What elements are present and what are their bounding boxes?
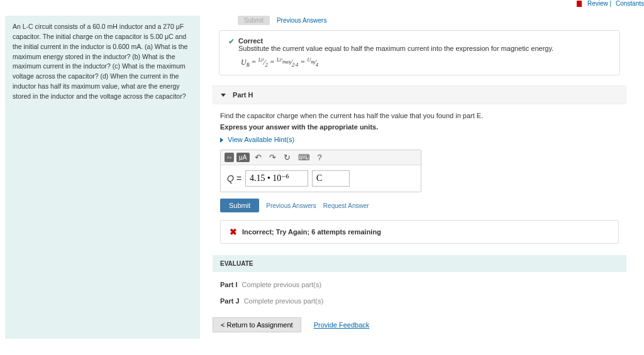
main-container: An L-C circuit consists of a 60.0 mH ind… — [0, 11, 644, 343]
bookmark-icon — [577, 1, 582, 7]
units-tool[interactable]: μA — [236, 153, 249, 162]
redo-icon[interactable]: ↷ — [267, 153, 279, 162]
submit-button[interactable]: Submit — [220, 199, 259, 212]
part-j-msg: Complete previous part(s) — [244, 297, 324, 305]
right-panel: Submit Previous Answers ✔ Correct Substi… — [213, 16, 639, 338]
x-icon: ✖ — [230, 227, 237, 237]
part-j-row: Part J Complete previous part(s) — [220, 297, 619, 305]
answer-row: Q = — [221, 165, 421, 192]
review-link[interactable]: Review — [587, 0, 608, 7]
view-hints[interactable]: View Available Hint(s) — [220, 136, 619, 143]
prev-answers-link[interactable]: Previous Answers — [277, 17, 326, 24]
request-answer-link[interactable]: Request Answer — [323, 202, 369, 209]
part-i-msg: Complete previous part(s) — [242, 281, 322, 288]
prev-answers-top: Submit Previous Answers — [238, 16, 626, 25]
answer-toolbar: ▫▫ μA ↶ ↷ ↻ ⌨ ? — [221, 150, 421, 165]
triangle-right-icon — [220, 138, 223, 143]
evaluate-header: EVALUATE — [213, 255, 626, 272]
correct-sub: Substitute the current value equal to ha… — [238, 45, 553, 52]
part-h-prompt: Find the capacitor charge when the curre… — [220, 112, 619, 119]
top-links: Review | Constants — [0, 0, 644, 7]
reset-icon[interactable]: ↻ — [281, 153, 293, 162]
problem-statement: An L-C circuit consists of a 60.0 mH ind… — [5, 16, 200, 338]
correct-formula: UB = Li²⁄2 = Li²max⁄2·4 = Um⁄4 — [241, 57, 611, 68]
keyboard-icon[interactable]: ⌨ — [296, 153, 313, 162]
part-h-express: Express your answer with the appropriate… — [220, 123, 619, 131]
answer-input[interactable] — [245, 170, 308, 187]
caret-down-icon — [221, 94, 226, 97]
constants-link[interactable]: Constants — [616, 0, 644, 7]
previous-answers-link[interactable]: Previous Answers — [266, 202, 316, 209]
hints-label: View Available Hint(s) — [228, 136, 294, 143]
return-button[interactable]: < Return to Assignment — [213, 317, 301, 332]
provide-feedback-link[interactable]: Provide Feedback — [314, 321, 370, 329]
answer-box: ▫▫ μA ↶ ↷ ↻ ⌨ ? Q = — [220, 150, 421, 192]
unit-input[interactable] — [312, 170, 350, 187]
part-h-label: Part H — [233, 91, 253, 99]
part-h-header[interactable]: Part H — [213, 85, 626, 104]
submit-disabled: Submit — [238, 16, 270, 25]
problem-text: An L-C circuit consists of a 60.0 mH ind… — [13, 23, 187, 99]
variable-label: Q = — [227, 173, 242, 183]
fraction-tool-icon[interactable]: ▫▫ — [225, 153, 234, 162]
correct-title: Correct — [238, 37, 263, 45]
submit-row: Submit Previous Answers Request Answer — [220, 199, 619, 212]
footer-row: < Return to Assignment Provide Feedback — [213, 317, 626, 339]
incorrect-feedback: ✖ Incorrect; Try Again; 6 attempts remai… — [220, 220, 619, 244]
undo-icon[interactable]: ↶ — [252, 153, 264, 162]
part-i-row: Part I Complete previous part(s) — [220, 281, 619, 288]
check-icon: ✔ — [228, 37, 235, 46]
correct-text: Correct Substitute the current value equ… — [238, 37, 553, 52]
part-j-label: Part J — [220, 297, 240, 305]
feedback-text: Incorrect; Try Again; 6 attempts remaini… — [242, 228, 381, 236]
part-h-content: Find the capacitor charge when the curre… — [213, 112, 626, 244]
help-icon[interactable]: ? — [315, 153, 325, 162]
part-i-label: Part I — [220, 281, 238, 288]
correct-feedback-box: ✔ Correct Substitute the current value e… — [219, 30, 620, 75]
